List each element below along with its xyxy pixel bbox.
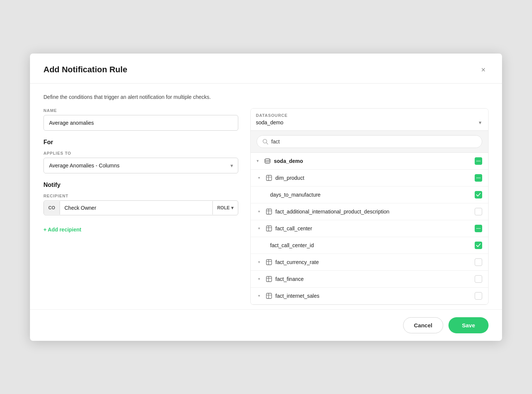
table-icon	[266, 225, 272, 232]
table-icon	[266, 175, 272, 181]
table-label-fact_call_center: fact_call_center	[275, 225, 472, 231]
checkbox-minus-fact_call_center[interactable]	[475, 225, 482, 232]
svg-rect-18	[266, 276, 272, 282]
tree-item-table-fact_internet_sales[interactable]: ▾ fact_internet_sales	[251, 288, 488, 304]
close-button[interactable]: ×	[478, 64, 489, 76]
name-label: NAME	[43, 108, 238, 113]
tree-item-table-fact_finance[interactable]: ▾ fact_finance	[251, 271, 488, 288]
svg-rect-14	[476, 228, 481, 228]
datasource-label: DATASOURCE	[256, 113, 483, 118]
modal: Add Notification Rule × Define the condi…	[30, 54, 502, 341]
applies-to-label: APPLIES TO	[43, 151, 238, 155]
chevron-icon: ▾	[258, 226, 263, 230]
save-button[interactable]: Save	[448, 317, 489, 333]
search-box	[257, 135, 482, 148]
modal-body: Define the conditions that trigger an al…	[30, 84, 502, 305]
for-heading: For	[43, 139, 238, 146]
checkbox-checked-fact_call_center_id[interactable]	[475, 242, 482, 249]
name-input[interactable]	[43, 115, 238, 131]
database-icon	[264, 158, 271, 164]
add-recipient-link[interactable]: + Add recipient	[43, 227, 238, 233]
table-icon	[266, 208, 272, 215]
chevron-icon: ▾	[258, 260, 263, 264]
tree-item-column-days_to_manufacture[interactable]: days_to_manufacture	[251, 187, 488, 203]
chevron-icon: ▾	[257, 159, 261, 163]
search-icon	[262, 139, 268, 145]
tree-item-database-soda_demo[interactable]: ▾ soda_demo	[251, 153, 488, 170]
svg-rect-11	[266, 226, 272, 231]
chevron-icon: ▾	[258, 294, 263, 298]
svg-rect-8	[266, 209, 272, 214]
right-panel: DATASOURCE soda_demo	[250, 108, 489, 305]
recipient-icon-badge: CO	[44, 201, 60, 215]
modal-title: Add Notification Rule	[43, 65, 127, 75]
svg-point-2	[265, 158, 270, 160]
checkbox-empty-fact_additional[interactable]	[475, 208, 482, 215]
name-field-group: NAME	[43, 108, 238, 131]
chevron-icon: ▾	[258, 176, 263, 180]
applies-to-select[interactable]: Average Anomalies - Columns	[43, 158, 238, 173]
recipient-value: Check Owner	[60, 201, 212, 215]
form-layout: NAME For APPLIES TO Average Anomalies - …	[43, 108, 489, 305]
database-label: soda_demo	[274, 158, 472, 164]
chevron-icon: ▾	[258, 277, 263, 281]
tree-item-table-fact_currency_rate[interactable]: ▾ fact_currency_rate	[251, 254, 488, 271]
checkbox-empty-fact_finance[interactable]	[475, 275, 482, 283]
table-label-fact_currency_rate: fact_currency_rate	[275, 259, 472, 265]
checkbox-checked-days_to_manufacture[interactable]	[475, 191, 482, 198]
modal-header: Add Notification Rule ×	[30, 54, 502, 84]
column-label-fact_call_center_id: fact_call_center_id	[270, 242, 472, 248]
datasource-header: DATASOURCE soda_demo	[251, 109, 488, 131]
recipient-field-group: RECIPIENT CO Check Owner ROLE ▾	[43, 194, 238, 215]
table-label-fact_internet_sales: fact_internet_sales	[275, 293, 472, 299]
search-area	[251, 131, 488, 153]
column-label-days_to_manufacture: days_to_manufacture	[270, 192, 472, 198]
svg-rect-21	[266, 293, 272, 298]
applies-to-select-wrapper: Average Anomalies - Columns	[43, 158, 238, 173]
svg-line-1	[266, 143, 268, 144]
checkbox-minus-soda_demo[interactable]	[475, 157, 482, 165]
left-panel: NAME For APPLIES TO Average Anomalies - …	[43, 108, 238, 305]
checkbox-minus-dim_product[interactable]	[475, 174, 482, 182]
description-text: Define the conditions that trigger an al…	[43, 94, 489, 100]
cancel-button[interactable]: Cancel	[403, 317, 443, 333]
role-chevron-icon: ▾	[231, 205, 233, 210]
datasource-select[interactable]: soda_demo	[256, 119, 483, 125]
recipient-label: RECIPIENT	[43, 194, 238, 198]
tree-item-column-fact_call_center_id[interactable]: fact_call_center_id	[251, 237, 488, 254]
table-label-fact_additional: fact_additional_international_product_de…	[275, 209, 472, 215]
table-icon	[266, 276, 272, 282]
chevron-icon: ▾	[258, 209, 263, 213]
svg-rect-15	[266, 260, 272, 265]
svg-rect-3	[476, 161, 481, 161]
modal-footer: Cancel Save	[30, 309, 502, 341]
notify-heading: Notify	[43, 182, 238, 188]
search-input[interactable]	[271, 139, 477, 145]
datasource-select-wrapper: soda_demo	[256, 119, 483, 126]
recipient-row: CO Check Owner ROLE ▾	[43, 200, 238, 215]
checkbox-empty-fact_currency_rate[interactable]	[475, 258, 482, 266]
svg-rect-4	[266, 175, 272, 181]
svg-rect-7	[476, 178, 481, 178]
recipient-role-selector[interactable]: ROLE ▾	[212, 201, 238, 215]
checkbox-empty-fact_internet_sales[interactable]	[475, 292, 482, 300]
tree-item-table-fact_additional[interactable]: ▾ fact_additional_international_product_…	[251, 203, 488, 220]
tree-item-table-dim_product[interactable]: ▾ dim_product	[251, 170, 488, 187]
table-icon	[266, 259, 272, 266]
table-label-dim_product: dim_product	[275, 175, 472, 181]
recipient-role-label: ROLE	[217, 205, 230, 210]
tree-item-table-fact_call_center[interactable]: ▾ fact_call_center	[251, 220, 488, 237]
tree-list: ▾ soda_demo	[251, 153, 488, 304]
table-icon	[266, 293, 272, 299]
table-label-fact_finance: fact_finance	[275, 276, 472, 282]
applies-to-field-group: APPLIES TO Average Anomalies - Columns	[43, 151, 238, 173]
close-icon: ×	[481, 66, 486, 74]
